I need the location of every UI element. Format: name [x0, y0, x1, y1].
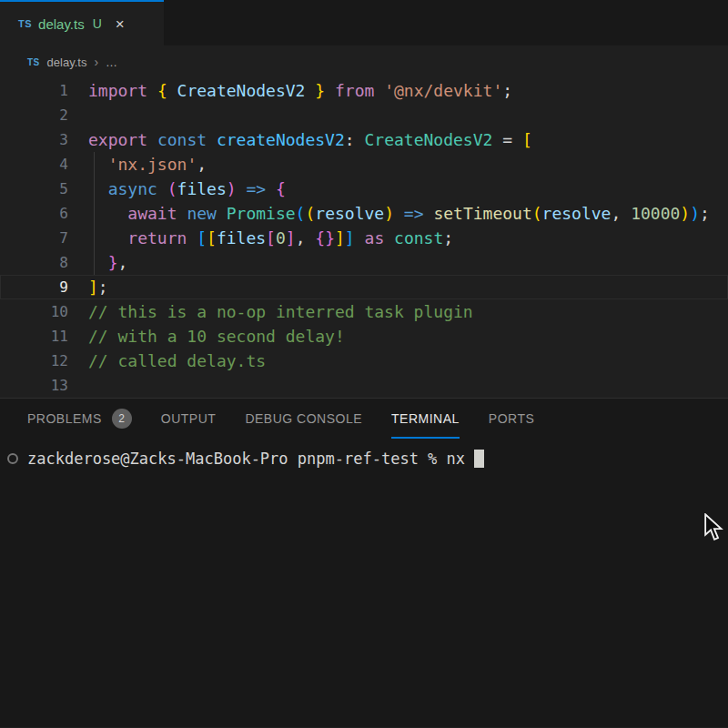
code-text: // this is a no-op interred task plugin [88, 299, 728, 324]
panel-tab-label: DEBUG CONSOLE [245, 411, 362, 426]
code-line: 1import { CreateNodesV2 } from '@nx/devk… [0, 78, 728, 103]
code-line: 4 'nx.json', [0, 152, 728, 177]
indent-guide [94, 201, 95, 226]
code-line: 13 [0, 373, 728, 398]
code-line: 3export const createNodesV2: CreateNodes… [0, 127, 728, 152]
typescript-file-icon: TS [18, 18, 32, 29]
code-text: await new Promise((resolve) => setTimeou… [88, 201, 728, 226]
panel-tab-label: PORTS [489, 411, 534, 426]
line-number: 7 [0, 226, 68, 250]
tab-delay-ts[interactable]: TS delay.ts U × [0, 0, 164, 46]
indent-guide [94, 226, 95, 250]
line-number: 5 [0, 177, 68, 201]
line-number: 6 [0, 201, 68, 226]
panel-tab-terminal[interactable]: TERMINAL [391, 399, 460, 439]
code-text: return [[files[0], {}]] as const; [88, 226, 728, 250]
git-untracked-badge: U [93, 16, 102, 31]
breadcrumb-symbol-ellipsis[interactable]: … [106, 56, 117, 69]
code-text [88, 373, 728, 398]
code-line: 8 }, [0, 250, 728, 275]
code-line: 5 async (files) => { [0, 177, 728, 201]
editor-tab-bar: TS delay.ts U × [0, 0, 728, 46]
line-number: 1 [0, 78, 68, 103]
terminal-cursor [474, 450, 484, 468]
code-line: 10// this is a no-op interred task plugi… [0, 299, 728, 324]
code-text: // called delay.ts [88, 349, 728, 373]
line-number: 3 [0, 127, 68, 152]
line-number: 8 [0, 250, 68, 275]
code-line: 9]; [0, 275, 728, 299]
panel-tab-label: OUTPUT [161, 411, 217, 426]
code-line: 12// called delay.ts [0, 349, 728, 373]
problems-count-badge: 2 [112, 409, 132, 429]
panel-tab-label: PROBLEMS [27, 411, 102, 426]
line-number: 2 [0, 103, 68, 127]
code-text: import { CreateNodesV2 } from '@nx/devki… [88, 78, 728, 103]
line-number: 4 [0, 152, 68, 177]
panel-tab-bar: PROBLEMS2OUTPUTDEBUG CONSOLETERMINALPORT… [0, 399, 728, 439]
terminal-prompt: zackderose@Zacks-MacBook-Pro pnpm-ref-te… [27, 450, 465, 468]
code-lines: 1import { CreateNodesV2 } from '@nx/devk… [0, 78, 728, 398]
code-editor[interactable]: 1import { CreateNodesV2 } from '@nx/devk… [0, 78, 728, 398]
indent-guide [94, 250, 95, 275]
code-text: async (files) => { [88, 177, 728, 201]
code-text: // with a 10 second delay! [88, 324, 728, 349]
indent-guide [94, 177, 95, 201]
line-number: 10 [0, 299, 68, 324]
code-text: ]; [88, 275, 728, 299]
code-line: 2 [0, 103, 728, 127]
code-line: 6 await new Promise((resolve) => setTime… [0, 201, 728, 226]
panel-tab-output[interactable]: OUTPUT [161, 399, 217, 439]
code-line: 7 return [[files[0], {}]] as const; [0, 226, 728, 250]
indent-guide [94, 152, 95, 177]
code-text: }, [88, 250, 728, 275]
tab-filename: delay.ts [38, 16, 85, 32]
line-number: 13 [0, 373, 68, 398]
line-number: 12 [0, 349, 68, 373]
line-number: 9 [0, 275, 68, 299]
panel-tab-ports[interactable]: PORTS [489, 399, 534, 439]
panel-tab-label: TERMINAL [391, 411, 460, 426]
panel-tab-debug-console[interactable]: DEBUG CONSOLE [245, 399, 362, 439]
close-icon[interactable]: × [116, 16, 125, 32]
breadcrumb[interactable]: TS delay.ts › … [0, 46, 728, 78]
terminal[interactable]: zackderose@Zacks-MacBook-Pro pnpm-ref-te… [7, 448, 728, 470]
line-number: 11 [0, 324, 68, 349]
bottom-panel: PROBLEMS2OUTPUTDEBUG CONSOLETERMINALPORT… [0, 398, 728, 727]
code-text: 'nx.json', [88, 152, 728, 177]
terminal-command-decoration-icon [7, 453, 18, 464]
breadcrumb-filename[interactable]: delay.ts [47, 56, 87, 69]
panel-tab-problems[interactable]: PROBLEMS2 [27, 399, 132, 439]
typescript-file-icon: TS [27, 57, 40, 67]
code-text [88, 103, 728, 127]
code-line: 11// with a 10 second delay! [0, 324, 728, 349]
code-text: export const createNodesV2: CreateNodesV… [88, 127, 728, 152]
chevron-right-icon: › [94, 55, 98, 69]
